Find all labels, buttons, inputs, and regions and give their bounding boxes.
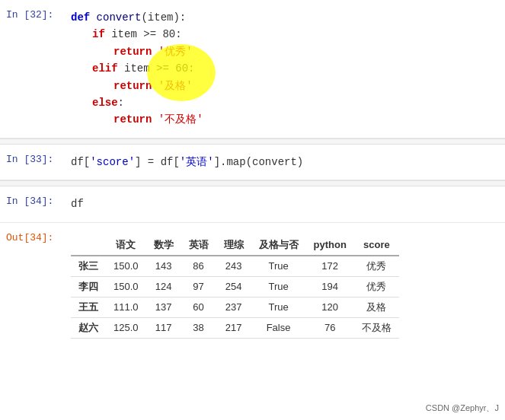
cell-34-content: df xyxy=(65,191,505,217)
cell-zhangsan-shuxue: 143 xyxy=(146,256,181,277)
cell-32-content: def convert(item): if item >= 80: return… xyxy=(65,5,505,133)
keyword-return-1: return xyxy=(113,46,158,58)
num-80: 80 xyxy=(162,28,175,40)
cell-lisi-score: 优秀 xyxy=(354,276,399,297)
cell-wangwu-yuwen: 111.0 xyxy=(106,297,146,317)
cell-lisi-jige: True xyxy=(251,276,306,297)
keyword-return-3: return xyxy=(113,113,158,126)
cell-32-label: In [32]: xyxy=(0,5,65,21)
map-call: ].map(convert) xyxy=(214,156,304,168)
cell-lisi-python: 194 xyxy=(306,276,354,297)
col-header-jige: 及格与否 xyxy=(251,235,306,256)
code-block-34: df xyxy=(71,196,499,212)
colon-2: : xyxy=(188,62,194,75)
cell-zhaoliu-python: 76 xyxy=(306,317,354,338)
col-header-index xyxy=(71,235,106,256)
cell-33-content: df['score'] = df['英语'].map(convert) xyxy=(65,149,505,175)
code-line-3: return '优秀' xyxy=(71,43,499,60)
cell-wangwu-python: 120 xyxy=(306,297,354,317)
col-header-python: python xyxy=(306,235,354,256)
cell-lisi-shuxue: 124 xyxy=(146,276,181,297)
cell-32: In [32]: def convert(item): if item >= 8… xyxy=(0,0,505,138)
code-line-5: return '及格' xyxy=(71,78,499,94)
keyword-else: else xyxy=(92,97,118,109)
keyword-def: def xyxy=(71,11,97,24)
cell-zhangsan-yuwen: 150.0 xyxy=(106,256,146,277)
table-row: 张三 150.0 143 86 243 True 172 优秀 xyxy=(71,256,399,277)
str-pass: '及格' xyxy=(158,80,193,92)
item-var-2: item xyxy=(124,62,156,75)
cell-wangwu-score: 及格 xyxy=(354,297,399,317)
watermark: CSDN @Zephyr、J xyxy=(426,402,499,414)
english-key: '英语' xyxy=(180,156,214,168)
col-header-shuxue: 数学 xyxy=(146,235,181,256)
code-line-2: if item >= 80: xyxy=(71,26,499,43)
cell-zhaoliu-shuxue: 117 xyxy=(146,317,181,338)
cell-wangwu-yingyu: 60 xyxy=(181,297,216,317)
cell-34-label: In [34]: xyxy=(0,191,65,207)
keyword-elif: elif xyxy=(92,62,124,75)
table-header-row: 语文 数学 英语 理综 及格与否 python score xyxy=(71,235,399,256)
row-name-lisi: 李四 xyxy=(71,276,106,297)
cell-33-label: In [33]: xyxy=(0,149,65,165)
separator-2 xyxy=(0,180,505,186)
col-header-yuwen: 语文 xyxy=(106,235,146,256)
score-key: 'score' xyxy=(90,156,135,168)
out-34: Out[34]: 语文 数学 英语 理综 及格与否 python score 张… xyxy=(0,223,505,348)
cell-wangwu-shuxue: 137 xyxy=(146,297,181,317)
str-fail: '不及格' xyxy=(158,113,203,126)
separator-1 xyxy=(0,138,505,145)
cell-lisi-lizong: 254 xyxy=(216,276,251,297)
fn-args: (item): xyxy=(141,11,186,24)
cell-34: In [34]: df xyxy=(0,186,505,222)
op-gte: >= xyxy=(143,28,162,40)
cell-lisi-yingyu: 97 xyxy=(181,276,216,297)
cell-zhangsan-python: 172 xyxy=(306,256,354,277)
cell-zhaoliu-yingyu: 38 xyxy=(181,317,216,338)
row-name-zhaoliu: 赵六 xyxy=(71,317,106,338)
col-header-lizong: 理综 xyxy=(216,235,251,256)
assign-op: ] = df[ xyxy=(135,156,180,168)
code-line-4: elif item >= 60: xyxy=(71,60,499,77)
cell-zhangsan-lizong: 243 xyxy=(216,256,251,277)
cell-wangwu-jige: True xyxy=(251,297,306,317)
cell-33: In [33]: df['score'] = df['英语'].map(conv… xyxy=(0,145,505,180)
op-gte-2: >= xyxy=(156,62,175,75)
code-line-1: def convert(item): xyxy=(71,9,499,26)
code-block-32: def convert(item): if item >= 80: return… xyxy=(71,9,499,129)
cell-zhaoliu-yuwen: 125.0 xyxy=(106,317,146,338)
cell-lisi-yuwen: 150.0 xyxy=(106,276,146,297)
code-block-33: df['score'] = df['英语'].map(convert) xyxy=(71,154,499,170)
fn-convert: convert xyxy=(97,11,142,24)
col-header-yingyu: 英语 xyxy=(181,235,216,256)
num-60: 60 xyxy=(175,62,188,75)
cell-zhaoliu-score: 不及格 xyxy=(354,317,399,338)
table-row: 王五 111.0 137 60 237 True 120 及格 xyxy=(71,297,399,317)
table-row: 赵六 125.0 117 38 217 False 76 不及格 xyxy=(71,317,399,338)
cell-zhangsan-jige: True xyxy=(251,256,306,277)
code-line-6: else: xyxy=(71,94,499,111)
df-var: df xyxy=(71,198,84,210)
cell-zhangsan-yingyu: 86 xyxy=(181,256,216,277)
code-line-7: return '不及格' xyxy=(71,111,499,128)
str-excellent: '优秀' xyxy=(158,46,193,58)
keyword-return-2: return xyxy=(113,80,158,92)
table-row: 李四 150.0 124 97 254 True 194 优秀 xyxy=(71,276,399,297)
colon-3: : xyxy=(118,97,124,109)
df-score-assign: df[ xyxy=(71,156,90,168)
item-var: item xyxy=(111,28,143,40)
cell-zhaoliu-jige: False xyxy=(251,317,306,338)
cell-zhaoliu-lizong: 217 xyxy=(216,317,251,338)
row-name-wangwu: 王五 xyxy=(71,297,106,317)
out-34-content: 语文 数学 英语 理综 及格与否 python score 张三 150.0 1… xyxy=(65,228,505,343)
keyword-if: if xyxy=(92,28,111,40)
row-name-zhangsan: 张三 xyxy=(71,256,106,277)
colon: : xyxy=(175,28,181,40)
output-table: 语文 数学 英语 理综 及格与否 python score 张三 150.0 1… xyxy=(71,235,399,339)
out-34-label: Out[34]: xyxy=(0,228,65,243)
cell-wangwu-lizong: 237 xyxy=(216,297,251,317)
col-header-score: score xyxy=(354,235,399,256)
cell-zhangsan-score: 优秀 xyxy=(354,256,399,277)
